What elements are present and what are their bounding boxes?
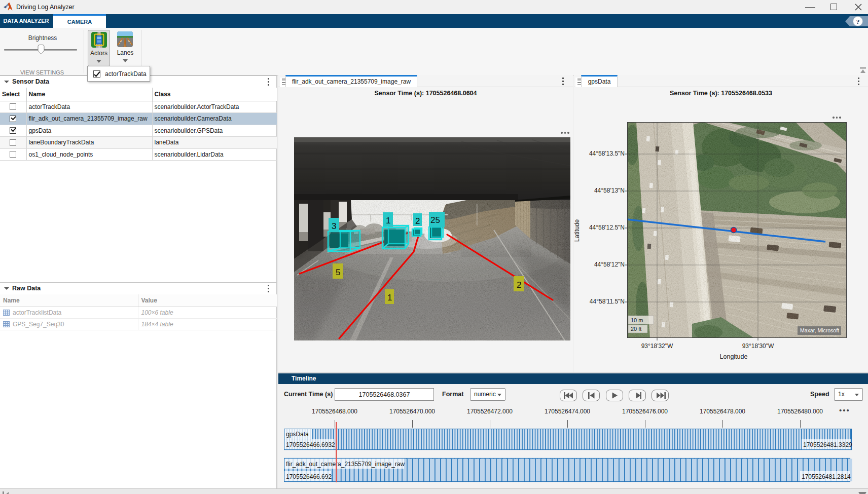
- svg-text:1705526481.3329: 1705526481.3329: [803, 441, 852, 448]
- svg-text:25: 25: [430, 215, 440, 225]
- svg-text:1: 1: [386, 216, 390, 225]
- svg-text:gpsData: gpsData: [286, 431, 309, 438]
- svg-text:1705526481.2814: 1705526481.2814: [802, 473, 851, 480]
- svg-text:3: 3: [332, 221, 336, 231]
- svg-text:?: ?: [856, 18, 860, 25]
- svg-text:flir_adk_out_camera_21355709_i: flir_adk_out_camera_21355709_image_raw: [286, 461, 405, 468]
- svg-text:5: 5: [336, 268, 340, 277]
- svg-text:2: 2: [415, 216, 420, 226]
- svg-text:1: 1: [387, 293, 392, 302]
- svg-text:2: 2: [517, 280, 521, 290]
- svg-text:10 m: 10 m: [631, 317, 643, 323]
- svg-text:1705526466.692: 1705526466.692: [286, 473, 332, 480]
- svg-text:1705526466.6932: 1705526466.6932: [286, 441, 335, 448]
- svg-text:Maxar, Microsoft: Maxar, Microsoft: [800, 327, 839, 333]
- svg-text:20 ft: 20 ft: [631, 326, 641, 332]
